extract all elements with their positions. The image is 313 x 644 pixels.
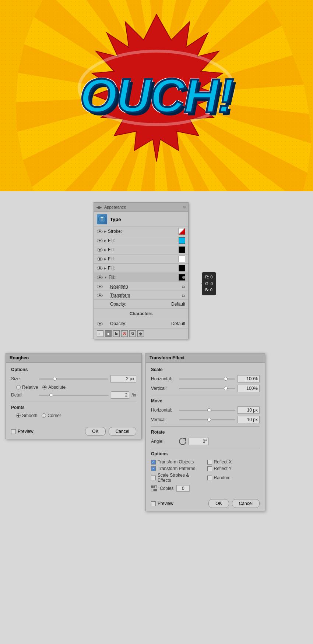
transform-objects-label[interactable]: Transform Objects xyxy=(151,459,204,465)
roughen-corner-label[interactable]: Corner xyxy=(42,413,61,418)
panel-menu-btn[interactable]: ≡ xyxy=(183,204,186,210)
transform-scale-h-thumb[interactable] xyxy=(224,377,228,381)
roughen-size-input[interactable] xyxy=(110,375,136,383)
transform-preview-checkbox[interactable] xyxy=(151,501,156,506)
roughen-ok-btn[interactable]: OK xyxy=(85,427,105,436)
roughen-detail-input[interactable] xyxy=(111,391,129,399)
transform-objects-checkbox[interactable] xyxy=(151,460,156,465)
transform-cancel-btn[interactable]: Cancel xyxy=(232,499,260,508)
fill-black1-label: Fill: xyxy=(108,247,179,252)
transform-patterns-checkbox[interactable] xyxy=(151,466,156,471)
transform-rotate-heading: Rotate xyxy=(151,430,260,435)
transform-options-heading: Options xyxy=(151,451,260,456)
eye-icon-fill-black2[interactable] xyxy=(97,266,103,270)
eye-icon-fill-white[interactable] xyxy=(97,257,103,261)
transform-move-v-thumb[interactable] xyxy=(207,418,211,421)
transform-scale-v-input[interactable] xyxy=(238,385,260,392)
roughen-smooth-label[interactable]: Smooth xyxy=(16,413,37,418)
transform-move-v-input[interactable] xyxy=(238,416,260,423)
appearance-row-fill-expanded[interactable]: ▼ Fill: R: 0 G: 0 B: 0 xyxy=(94,273,188,282)
transform-angle-input[interactable] xyxy=(189,438,209,445)
roughen-fx-badge: fx xyxy=(182,284,185,289)
eye-icon-stroke[interactable] xyxy=(97,230,103,233)
copies-input[interactable] xyxy=(176,485,190,492)
scale-strokes-checkbox[interactable] xyxy=(151,476,156,480)
transform-scale-h-slider[interactable] xyxy=(179,378,235,380)
panels-section: ◀▶ Appearance ≡ T Type ▶ Stroke: xyxy=(0,191,313,644)
reflect-x-checkbox[interactable] xyxy=(207,460,212,465)
eye-icon-fill-cyan[interactable] xyxy=(97,239,103,242)
fill-cyan-swatch[interactable] xyxy=(179,237,185,244)
appearance-row-transform[interactable]: Transform fx xyxy=(94,291,188,300)
ouch-text: OUCH! xyxy=(80,68,233,123)
appearance-row-fill-white[interactable]: ▶ Fill: xyxy=(94,255,188,264)
reflect-y-checkbox[interactable] xyxy=(207,466,212,471)
transform-move-h-slider[interactable] xyxy=(179,410,235,411)
chevron-fill-cyan: ▶ xyxy=(104,239,106,242)
fill-icon[interactable]: ■ xyxy=(105,330,112,337)
random-checkbox[interactable] xyxy=(207,476,212,480)
eye-icon-fill-black1[interactable] xyxy=(97,248,103,252)
roughen-dialog-footer: Preview OK Cancel xyxy=(6,424,141,439)
transform-options-grid: Transform Objects Reflect X Transform Pa… xyxy=(151,459,260,483)
transform-move-h-input[interactable] xyxy=(238,406,260,414)
copies-dot-3 xyxy=(151,489,154,491)
reflect-x-label[interactable]: Reflect X xyxy=(207,459,260,465)
copies-dot-2 xyxy=(154,485,157,488)
roughen-smooth-text: Smooth xyxy=(22,413,37,418)
eye-icon-opacity2[interactable] xyxy=(97,322,103,325)
copy-icon[interactable]: ⧉ xyxy=(129,330,136,337)
eye-icon-transform[interactable] xyxy=(97,293,103,297)
appearance-row-fill-cyan[interactable]: ▶ Fill: xyxy=(94,236,188,245)
transform-scale-h-row: Horizontal: xyxy=(151,375,260,383)
fx-icon[interactable]: fx xyxy=(113,330,120,337)
transform-sep1 xyxy=(151,395,260,395)
stroke-swatch[interactable] xyxy=(179,228,185,235)
appearance-row-stroke[interactable]: ▶ Stroke: xyxy=(94,227,188,236)
roughen-smooth-radio[interactable] xyxy=(16,413,21,418)
transform-scale-v-slider[interactable] xyxy=(179,388,235,389)
transform-scale-h-input[interactable] xyxy=(238,375,260,383)
no-icon[interactable]: ⊘ xyxy=(121,330,128,337)
scale-strokes-label[interactable]: Scale Strokes & Effects xyxy=(151,473,204,483)
svg-text:T: T xyxy=(101,217,103,222)
fill-black2-swatch[interactable] xyxy=(179,265,185,271)
transform-move-h-thumb[interactable] xyxy=(207,408,211,412)
transform-move-heading: Move xyxy=(151,398,260,403)
appearance-row-fill-black1[interactable]: ▶ Fill: xyxy=(94,245,188,255)
roughen-size-slider[interactable] xyxy=(39,378,108,380)
eye-icon-roughen[interactable] xyxy=(97,285,103,288)
roughen-absolute-radio[interactable] xyxy=(42,385,47,389)
fill-white-swatch[interactable] xyxy=(179,256,185,262)
roughen-preview-check: Preview xyxy=(11,429,34,434)
transform-patterns-label[interactable]: Transform Patterns xyxy=(151,466,204,471)
opacity2-value: Default xyxy=(171,321,185,326)
transform-ok-btn[interactable]: OK xyxy=(208,499,229,508)
dot-connector xyxy=(182,276,185,279)
roughen-type-group: Relative Absolute xyxy=(16,385,136,390)
delete-icon[interactable]: 🗑 xyxy=(137,330,144,337)
appearance-row-opacity2: Opacity: Default xyxy=(94,319,188,328)
transform-scale-v-thumb[interactable] xyxy=(224,387,228,390)
panel-titlebar: ◀▶ Appearance ≡ xyxy=(94,203,188,212)
characters-label: Characters xyxy=(128,310,154,318)
transform-move-v-slider[interactable] xyxy=(179,419,235,420)
collapse-arrows-icon[interactable]: ◀▶ xyxy=(96,205,102,209)
new-item-icon[interactable]: □ xyxy=(97,330,103,337)
roughen-preview-checkbox[interactable] xyxy=(11,429,16,434)
roughen-relative-radio[interactable] xyxy=(16,385,21,389)
roughen-relative-label[interactable]: Relative xyxy=(16,385,38,390)
appearance-row-fill-black2[interactable]: ▶ Fill: xyxy=(94,264,188,273)
eye-icon-fill-expanded[interactable] xyxy=(97,275,103,279)
roughen-detail-slider[interactable] xyxy=(39,395,109,396)
random-label[interactable]: Random xyxy=(207,473,260,483)
roughen-absolute-label[interactable]: Absolute xyxy=(42,385,66,390)
roughen-corner-radio[interactable] xyxy=(42,413,46,418)
fill-black1-swatch[interactable] xyxy=(179,246,185,253)
roughen-preview-label: Preview xyxy=(18,429,34,434)
roughen-cancel-btn[interactable]: Cancel xyxy=(109,427,136,436)
reflect-y-label[interactable]: Reflect Y xyxy=(207,466,260,471)
roughen-size-thumb[interactable] xyxy=(53,377,57,381)
appearance-row-roughen[interactable]: Roughen fx xyxy=(94,282,188,291)
roughen-detail-thumb[interactable] xyxy=(49,393,53,397)
